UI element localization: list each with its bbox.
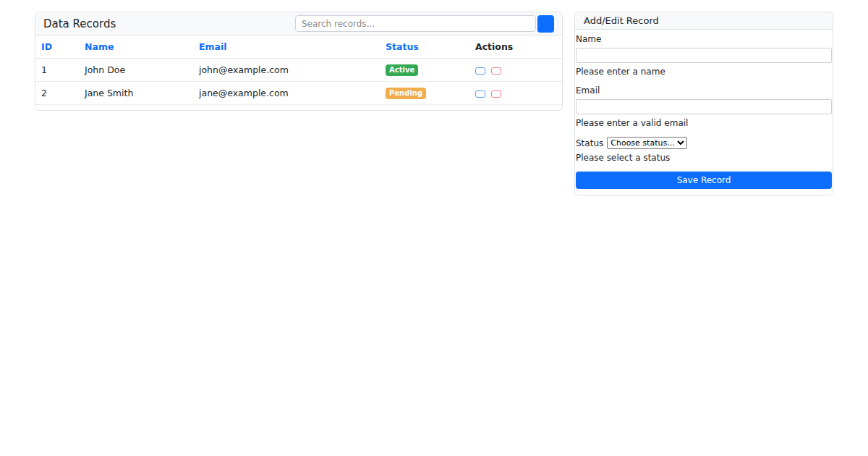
email-feedback: Please enter a valid email [576, 118, 832, 128]
cell-email: jane@example.com [193, 82, 380, 105]
records-table: ID Name Email Status Actions 1 John Doe … [35, 35, 562, 105]
column-header-id[interactable]: ID [35, 35, 79, 59]
cell-id: 1 [35, 59, 79, 82]
email-field[interactable] [576, 99, 832, 114]
cell-status: Active [380, 59, 469, 82]
status-select[interactable]: Choose status... [607, 137, 687, 149]
table-row: 1 John Doe john@example.com Active [35, 59, 562, 82]
search-group [295, 15, 554, 33]
column-header-email[interactable]: Email [193, 35, 380, 59]
status-row: Status Choose status... [576, 137, 832, 149]
add-edit-record-card: Add/Edit Record Name Please enter a name… [574, 12, 833, 195]
data-records-header: Data Records [35, 12, 562, 35]
main-layout: Data Records ID Name Email Status Action… [0, 0, 868, 207]
cell-name: Jane Smith [79, 82, 193, 105]
form-card-header: Add/Edit Record [575, 12, 833, 30]
column-header-actions: Actions [469, 35, 562, 59]
cell-actions [469, 82, 562, 105]
cell-email: john@example.com [193, 59, 380, 82]
email-label: Email [576, 85, 832, 96]
name-label: Name [576, 34, 832, 44]
edit-button[interactable] [475, 67, 485, 75]
name-feedback: Please enter a name [576, 67, 832, 77]
status-badge: Active [386, 64, 418, 76]
table-header-row: ID Name Email Status Actions [35, 35, 562, 59]
cell-name: John Doe [79, 59, 193, 82]
data-records-card: Data Records ID Name Email Status Action… [35, 12, 563, 111]
search-button[interactable] [537, 15, 554, 33]
cell-status: Pending [380, 82, 469, 105]
column-header-status[interactable]: Status [380, 35, 469, 59]
records-panel-title: Data Records [43, 17, 116, 30]
table-row: 2 Jane Smith jane@example.com Pending [35, 82, 562, 105]
delete-button[interactable] [491, 90, 501, 98]
column-header-name[interactable]: Name [79, 35, 193, 59]
form-body: Name Please enter a name Email Please en… [575, 34, 833, 195]
status-label: Status [576, 138, 603, 148]
name-field[interactable] [576, 48, 832, 63]
save-record-button[interactable]: Save Record [576, 172, 832, 189]
edit-button[interactable] [475, 90, 485, 98]
delete-button[interactable] [491, 67, 501, 75]
cell-actions [469, 59, 562, 82]
cell-id: 2 [35, 82, 79, 105]
status-badge: Pending [386, 88, 426, 99]
status-feedback: Please select a status [576, 153, 832, 163]
search-input[interactable] [295, 15, 536, 32]
form-panel-title: Add/Edit Record [584, 15, 824, 26]
